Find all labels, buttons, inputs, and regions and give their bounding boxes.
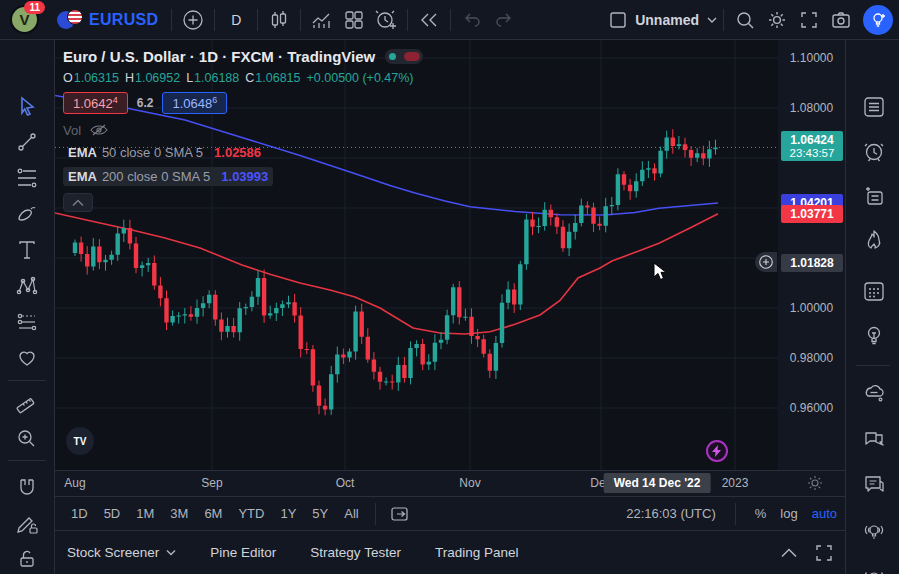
candle xyxy=(109,255,113,260)
ideas-button[interactable] xyxy=(859,321,889,351)
bar-replay-button[interactable] xyxy=(413,4,445,36)
buy-button[interactable]: 1.06486 xyxy=(162,92,227,114)
layout-manager[interactable]: Unnamed xyxy=(608,10,718,30)
time-axis-label: Oct xyxy=(336,476,355,490)
auto-scale-button[interactable]: auto xyxy=(812,506,837,521)
notification-badge: 11 xyxy=(24,1,45,14)
add-alert-plus-button[interactable] xyxy=(755,252,777,272)
sell-button[interactable]: 1.06424 xyxy=(63,92,128,114)
time-axis[interactable]: 2023DecNovOctSepAug Wed 14 Dec '22 xyxy=(55,470,845,496)
range-button-5y[interactable]: 5Y xyxy=(304,502,336,525)
measure-tool-button[interactable] xyxy=(12,388,42,418)
candle xyxy=(390,382,394,383)
candle xyxy=(658,151,662,174)
bottom-tab-trading-panel[interactable]: Trading Panel xyxy=(435,545,519,560)
collapse-indicators-button[interactable] xyxy=(63,193,93,212)
log-scale-button[interactable]: log xyxy=(780,506,797,521)
market-status-toggle[interactable] xyxy=(385,49,423,64)
bottom-tab-stock-screener[interactable]: Stock Screener xyxy=(67,545,176,560)
trend-line-tool-button[interactable] xyxy=(12,127,42,157)
symbol-search-button[interactable]: EURUSD xyxy=(89,11,158,29)
go-to-date-button[interactable] xyxy=(384,498,416,530)
minds-button[interactable] xyxy=(859,378,889,408)
text-notes-button[interactable] xyxy=(859,181,889,211)
session-sun-icon[interactable] xyxy=(807,475,823,491)
range-button-1y[interactable]: 1Y xyxy=(272,502,304,525)
zoom-in-tool-button[interactable] xyxy=(12,424,42,454)
candle xyxy=(91,247,95,267)
chart-title-row[interactable]: Euro / U.S. Dollar · 1D · FXCM · Trading… xyxy=(63,48,423,65)
indicator-row-ema200[interactable]: EMA200 close 0 SMA 51.03993 xyxy=(63,167,273,186)
clock-utc[interactable]: 22:16:03 (UTC) xyxy=(626,506,716,521)
watchlist-icon xyxy=(861,94,887,120)
eye-off-icon[interactable] xyxy=(89,122,109,138)
candle xyxy=(85,254,89,267)
fib-retracement-tool-button[interactable] xyxy=(12,163,42,193)
panel-maximize-icon[interactable] xyxy=(815,544,833,562)
gear-icon xyxy=(766,9,788,31)
undo-button[interactable] xyxy=(456,4,488,36)
compare-add-symbol-button[interactable] xyxy=(177,4,209,36)
emoji-tool-button[interactable] xyxy=(12,343,42,373)
hotlists-button[interactable] xyxy=(859,226,889,256)
public-chats-button[interactable] xyxy=(859,424,889,454)
chart-style-button[interactable] xyxy=(263,4,295,36)
economic-event-icon[interactable] xyxy=(706,440,728,462)
drawing-mode-lock-button[interactable] xyxy=(12,509,42,539)
forecast-tool-button[interactable] xyxy=(12,307,42,337)
drawing-toolbar xyxy=(0,40,55,574)
candle xyxy=(219,320,223,332)
cursor-tool-button[interactable] xyxy=(12,91,42,121)
private-chat-button[interactable] xyxy=(859,469,889,499)
time-axis-label: Sep xyxy=(201,476,222,490)
ruler-icon xyxy=(15,391,39,415)
quick-search-button[interactable] xyxy=(729,4,761,36)
heart-icon xyxy=(15,346,39,370)
tradingview-logo[interactable]: TV xyxy=(66,427,94,455)
magnet-mode-button[interactable] xyxy=(12,473,42,503)
take-snapshot-button[interactable] xyxy=(825,4,857,36)
layout-templates-button[interactable] xyxy=(338,4,370,36)
fullscreen-button[interactable] xyxy=(793,4,825,36)
redo-button[interactable] xyxy=(488,4,520,36)
bottom-tab-strategy-tester[interactable]: Strategy Tester xyxy=(310,545,401,560)
indicator-row-ema50[interactable]: EMA50 close 0 SMA 51.02586 xyxy=(63,143,266,162)
publish-idea-button[interactable] xyxy=(863,5,893,35)
economic-calendar-button[interactable] xyxy=(859,276,889,306)
create-alert-button[interactable] xyxy=(370,4,402,36)
chart-settings-button[interactable] xyxy=(761,4,793,36)
candle xyxy=(616,174,620,205)
range-button-1m[interactable]: 1M xyxy=(128,502,162,525)
panel-collapse-chevron-icon[interactable] xyxy=(781,548,797,558)
bottom-tab-pine-editor[interactable]: Pine Editor xyxy=(210,545,276,560)
user-avatar[interactable]: V 11 xyxy=(10,5,39,34)
range-button-all[interactable]: All xyxy=(336,502,366,525)
brush-tool-button[interactable] xyxy=(12,199,42,229)
interval-button[interactable]: D xyxy=(220,4,252,36)
pattern-tool-button[interactable] xyxy=(12,271,42,301)
streams-button[interactable] xyxy=(859,563,889,574)
candle xyxy=(543,210,547,226)
range-button-5d[interactable]: 5D xyxy=(96,502,129,525)
text-tool-button[interactable] xyxy=(12,235,42,265)
volume-legend-row[interactable]: Vol xyxy=(63,122,423,138)
candle xyxy=(494,343,498,371)
candle xyxy=(579,206,583,224)
alerts-button[interactable] xyxy=(859,136,889,166)
candle xyxy=(463,317,467,318)
plus-circle-icon xyxy=(758,254,774,270)
range-button-ytd[interactable]: YTD xyxy=(230,502,272,525)
watchlist-button[interactable] xyxy=(859,92,889,122)
ideas-live-button[interactable] xyxy=(859,516,889,546)
lock-all-drawings-button[interactable] xyxy=(12,544,42,574)
price-axis[interactable]: 1.100001.080001.000000.980000.960001.064… xyxy=(778,40,845,470)
range-button-3m[interactable]: 3M xyxy=(162,502,196,525)
percent-scale-button[interactable]: % xyxy=(755,506,767,521)
indicators-button[interactable] xyxy=(306,4,338,36)
candle xyxy=(622,174,626,185)
candle xyxy=(421,344,425,365)
candle xyxy=(238,308,242,332)
range-button-1d[interactable]: 1D xyxy=(63,502,96,525)
range-button-6m[interactable]: 6M xyxy=(196,502,230,525)
candle xyxy=(530,220,534,227)
